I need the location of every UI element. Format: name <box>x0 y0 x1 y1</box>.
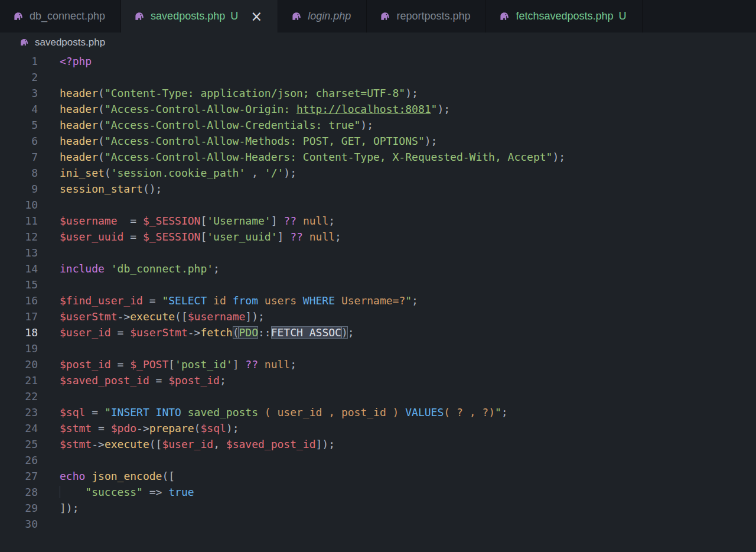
code-line[interactable]: 10 <box>0 197 756 213</box>
tab-login-php[interactable]: login.php <box>278 0 367 33</box>
code-token: prepare <box>149 422 194 434</box>
line-number[interactable]: 21 <box>0 372 38 388</box>
code-token: ( <box>98 87 105 99</box>
line-number[interactable]: 10 <box>0 197 38 213</box>
line-number[interactable]: 22 <box>0 388 38 404</box>
code-text[interactable]: include 'db_connect.php'; <box>60 261 220 277</box>
code-text[interactable]: header("Access-Control-Allow-Headers: Co… <box>60 149 565 165</box>
code-line[interactable]: 27echo json_encode([ <box>0 468 756 484</box>
code-text[interactable]: header("Access-Control-Allow-Credentials… <box>60 117 373 133</box>
code-editor[interactable]: 1<?php23header("Content-Type: applicatio… <box>0 52 756 532</box>
code-line[interactable]: 7header("Access-Control-Allow-Headers: C… <box>0 149 756 165</box>
line-number[interactable]: 6 <box>0 133 38 149</box>
code-line[interactable]: 15 <box>0 277 756 293</box>
line-number[interactable]: 16 <box>0 293 38 309</box>
code-text[interactable]: header("Content-Type: application/json; … <box>60 85 418 101</box>
code-text[interactable]: $stmt = $pdo->prepare($sql); <box>60 420 239 436</box>
line-number[interactable]: 14 <box>0 261 38 277</box>
code-line[interactable]: 22 <box>0 388 756 404</box>
line-number[interactable]: 23 <box>0 404 38 420</box>
code-line[interactable]: 13 <box>0 245 756 261</box>
tab-fetchsavedposts-php[interactable]: fetchsavedposts.phpU <box>486 0 642 33</box>
tab-db_connect-php[interactable]: db_connect.php <box>0 0 121 33</box>
line-number[interactable]: 29 <box>0 500 38 516</box>
tab-reportposts-php[interactable]: reportposts.php <box>367 0 486 33</box>
code-token: -> <box>118 310 131 323</box>
code-line[interactable]: 19 <box>0 340 756 356</box>
code-line[interactable]: 12$user_uuid = $_SESSION['user_uuid'] ??… <box>0 229 756 245</box>
line-number[interactable]: 11 <box>0 213 38 229</box>
code-line[interactable]: 4header("Access-Control-Allow-Origin: ht… <box>0 101 756 117</box>
code-text[interactable]: header("Access-Control-Allow-Origin: htt… <box>60 101 450 117</box>
code-line[interactable]: 18$user_id = $userStmt->fetch(PDO::FETCH… <box>0 324 756 340</box>
code-line[interactable]: 28 "success" => true <box>0 484 756 500</box>
code-text[interactable]: $userStmt->execute([$username]); <box>60 309 265 324</box>
code-text[interactable]: $saved_post_id = $post_id; <box>60 372 226 388</box>
code-text[interactable]: echo json_encode([ <box>60 468 175 484</box>
line-number[interactable]: 1 <box>0 53 38 69</box>
close-tab-icon[interactable]: × <box>250 9 262 24</box>
code-line[interactable]: 24$stmt = $pdo->prepare($sql); <box>0 420 756 436</box>
line-number[interactable]: 13 <box>0 245 38 261</box>
line-number[interactable]: 25 <box>0 436 38 452</box>
code-line[interactable]: 16$find_user_id = "SELECT id from users … <box>0 293 756 309</box>
code-text[interactable]: $stmt->execute([$user_id, $saved_post_id… <box>60 436 335 452</box>
code-text[interactable]: ]); <box>60 500 79 516</box>
code-text[interactable]: $find_user_id = "SELECT id from users WH… <box>60 293 418 309</box>
line-number[interactable]: 19 <box>0 340 38 356</box>
line-number[interactable]: 12 <box>0 229 38 245</box>
code-line[interactable]: 6header("Access-Control-Allow-Methods: P… <box>0 133 756 149</box>
code-token: header <box>60 103 98 115</box>
code-token: [ <box>168 358 175 371</box>
code-line[interactable]: 25$stmt->execute([$user_id, $saved_post_… <box>0 436 756 452</box>
line-number[interactable]: 20 <box>0 356 38 372</box>
line-number[interactable]: 5 <box>0 117 38 133</box>
code-line[interactable]: 23$sql = "INSERT INTO saved_posts ( user… <box>0 404 756 420</box>
line-number[interactable]: 4 <box>0 101 38 117</box>
code-line[interactable]: 20$post_id = $_POST['post_id'] ?? null; <box>0 356 756 372</box>
code-line[interactable]: 3header("Content-Type: application/json;… <box>0 85 756 101</box>
code-token: execute <box>105 438 149 450</box>
line-number[interactable]: 9 <box>0 181 38 197</box>
code-text[interactable]: $sql = "INSERT INTO saved_posts ( user_i… <box>60 404 508 420</box>
code-text[interactable]: $user_id = $userStmt->fetch(PDO::FETCH_A… <box>60 324 354 340</box>
code-line[interactable]: 1<?php <box>0 53 756 69</box>
code-token <box>60 486 85 498</box>
breadcrumb-file[interactable]: savedposts.php <box>35 37 105 48</box>
code-line[interactable]: 26 <box>0 452 756 468</box>
code-text[interactable]: header("Access-Control-Allow-Methods: PO… <box>60 133 437 149</box>
line-number[interactable]: 17 <box>0 309 38 324</box>
code-text[interactable]: ini_set('session.cookie_path' , '/'); <box>60 165 296 181</box>
code-line[interactable]: 17$userStmt->execute([$username]); <box>0 309 756 324</box>
code-text[interactable]: session_start(); <box>60 181 162 197</box>
code-text[interactable]: $username = $_SESSION['Username'] ?? nul… <box>60 213 335 229</box>
line-number[interactable]: 2 <box>0 69 38 85</box>
line-number[interactable]: 7 <box>0 149 38 165</box>
code-line[interactable]: 2 <box>0 69 756 85</box>
code-text[interactable]: "success" => true <box>60 484 194 500</box>
line-number[interactable]: 28 <box>0 484 38 500</box>
code-line[interactable]: 21$saved_post_id = $post_id; <box>0 372 756 388</box>
code-line[interactable]: 29]); <box>0 500 756 516</box>
code-line[interactable]: 5header("Access-Control-Allow-Credential… <box>0 117 756 133</box>
code-token: null <box>309 230 335 243</box>
line-number[interactable]: 26 <box>0 452 38 468</box>
code-line[interactable]: 30 <box>0 516 756 532</box>
code-line[interactable]: 8ini_set('session.cookie_path' , '/'); <box>0 165 756 181</box>
line-number[interactable]: 24 <box>0 420 38 436</box>
code-text[interactable]: $post_id = $_POST['post_id'] ?? null; <box>60 356 296 372</box>
code-line[interactable]: 11$username = $_SESSION['Username'] ?? n… <box>0 213 756 229</box>
code-line[interactable]: 9session_start(); <box>0 181 756 197</box>
line-number[interactable]: 30 <box>0 516 38 532</box>
code-text[interactable]: $user_uuid = $_SESSION['user_uuid'] ?? n… <box>60 229 341 245</box>
line-number[interactable]: 8 <box>0 165 38 181</box>
line-number[interactable]: 15 <box>0 277 38 293</box>
code-token: => <box>149 486 162 498</box>
code-line[interactable]: 14include 'db_connect.php'; <box>0 261 756 277</box>
line-number[interactable]: 3 <box>0 85 38 101</box>
tab-savedposts-php[interactable]: savedposts.phpU× <box>121 0 278 33</box>
line-number[interactable]: 27 <box>0 468 38 484</box>
breadcrumb[interactable]: savedposts.php <box>0 33 756 52</box>
line-number[interactable]: 18 <box>0 324 38 340</box>
code-text[interactable]: <?php <box>60 53 92 69</box>
